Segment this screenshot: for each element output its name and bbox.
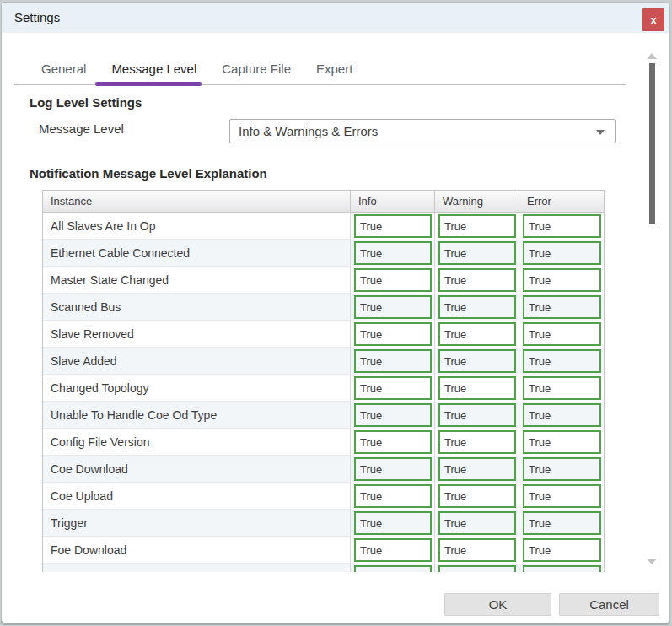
warning-cell: True	[434, 240, 519, 267]
column-header-warning[interactable]: Warning	[434, 191, 519, 212]
table-header: Instance Info Warning Error	[43, 191, 604, 213]
table-row: Foe Download True True True	[43, 537, 604, 564]
instance-cell: All Slaves Are In Op	[43, 213, 350, 240]
column-header-info[interactable]: Info	[350, 191, 434, 212]
scroll-down-icon[interactable]	[647, 559, 657, 564]
true-box[interactable]: True	[354, 376, 432, 400]
scroll-up-icon[interactable]	[647, 53, 657, 59]
true-box[interactable]: True	[438, 349, 516, 373]
instance-cell: Coe Upload	[43, 483, 350, 510]
true-box[interactable]: True	[438, 376, 516, 400]
true-box[interactable]: True	[354, 538, 432, 562]
true-box[interactable]: True	[354, 484, 432, 508]
title-bar: Settings x	[2, 3, 669, 33]
true-box[interactable]: True	[438, 268, 516, 292]
info-cell: True	[350, 429, 434, 456]
close-icon: x	[651, 14, 657, 26]
info-cell: True	[350, 483, 434, 510]
true-box[interactable]: True	[523, 241, 601, 265]
true-box[interactable]: True	[523, 376, 601, 400]
message-level-label: Message Level	[39, 121, 124, 136]
true-box[interactable]	[523, 565, 601, 572]
settings-dialog: Settings x General Message Level Capture…	[1, 2, 670, 623]
warning-cell: True	[434, 348, 519, 375]
true-box[interactable]: True	[438, 511, 516, 535]
instance-cell	[43, 564, 350, 572]
info-cell: True	[350, 348, 434, 375]
true-box[interactable]: True	[354, 430, 432, 454]
true-box[interactable]: True	[523, 322, 601, 346]
true-box[interactable]: True	[523, 268, 601, 292]
info-cell: True	[350, 240, 434, 267]
error-cell	[519, 564, 604, 572]
true-box[interactable]: True	[354, 403, 432, 427]
true-box[interactable]: True	[523, 484, 601, 508]
warning-cell: True	[434, 510, 519, 537]
table-row: Unable To Handle Coe Od Type True True T…	[43, 402, 604, 429]
warning-cell: True	[434, 321, 519, 348]
info-cell: True	[350, 510, 434, 537]
info-cell: True	[350, 456, 434, 483]
instance-cell: Ethernet Cable Connected	[43, 240, 350, 267]
table-row: Config File Version True True True	[43, 429, 604, 456]
instance-cell: Trigger	[43, 510, 350, 537]
true-box[interactable]: True	[523, 538, 601, 562]
instance-cell: Slave Removed	[43, 321, 350, 348]
tab-expert[interactable]: Expert	[304, 55, 364, 83]
true-box[interactable]: True	[354, 322, 432, 346]
true-box[interactable]: True	[523, 295, 601, 319]
true-box[interactable]: True	[438, 403, 516, 427]
true-box[interactable]: True	[523, 349, 601, 373]
column-header-instance[interactable]: Instance	[43, 191, 350, 212]
true-box[interactable]: True	[438, 484, 516, 508]
notification-table: Instance Info Warning Error All Slaves A…	[42, 190, 605, 572]
tab-general[interactable]: General	[30, 55, 98, 83]
tab-message-level[interactable]: Message Level	[99, 55, 208, 83]
true-box[interactable]: True	[354, 241, 432, 265]
info-cell: True	[350, 213, 434, 240]
instance-cell: Foe Download	[43, 537, 350, 564]
true-box[interactable]: True	[438, 538, 516, 562]
true-box[interactable]: True	[354, 268, 432, 292]
error-cell: True	[519, 402, 604, 429]
true-box[interactable]: True	[354, 457, 432, 481]
tab-capture-file[interactable]: Capture File	[210, 55, 303, 83]
instance-cell: Unable To Handle Coe Od Type	[43, 402, 350, 429]
true-box[interactable]: True	[438, 430, 516, 454]
table-row: Scanned Bus True True True	[43, 294, 604, 321]
true-box[interactable]: True	[523, 403, 601, 427]
true-box[interactable]: True	[438, 241, 516, 265]
true-box[interactable]: True	[354, 214, 432, 238]
active-tab-underline	[95, 82, 202, 86]
true-box[interactable]: True	[354, 511, 432, 535]
true-box[interactable]: True	[438, 322, 516, 346]
scrollbar-thumb[interactable]	[649, 63, 655, 224]
info-cell: True	[350, 375, 434, 402]
true-box[interactable]: True	[438, 295, 516, 319]
true-box[interactable]: True	[438, 214, 516, 238]
true-box[interactable]: True	[523, 430, 601, 454]
warning-cell	[434, 564, 519, 572]
warning-cell: True	[434, 429, 519, 456]
message-level-dropdown[interactable]: Info & Warnings & Errors	[229, 119, 616, 143]
table-row: Coe Download True True True	[43, 456, 604, 483]
table-row: Master State Changed True True True	[43, 267, 604, 294]
true-box[interactable]	[354, 565, 432, 572]
true-box[interactable]: True	[438, 457, 516, 481]
true-box[interactable]: True	[523, 457, 601, 481]
true-box[interactable]	[438, 565, 516, 572]
true-box[interactable]: True	[354, 295, 432, 319]
warning-cell: True	[434, 213, 519, 240]
true-box[interactable]: True	[523, 511, 601, 535]
instance-cell: Scanned Bus	[43, 294, 350, 321]
column-header-error[interactable]: Error	[519, 191, 604, 212]
true-box[interactable]: True	[523, 214, 601, 238]
cancel-button[interactable]: Cancel	[559, 593, 659, 616]
true-box[interactable]: True	[354, 349, 432, 373]
close-button[interactable]: x	[642, 8, 664, 31]
instance-cell: Config File Version	[43, 429, 350, 456]
error-cell: True	[519, 429, 604, 456]
error-cell: True	[519, 321, 604, 348]
ok-button[interactable]: OK	[444, 593, 551, 616]
info-cell: True	[350, 537, 434, 564]
